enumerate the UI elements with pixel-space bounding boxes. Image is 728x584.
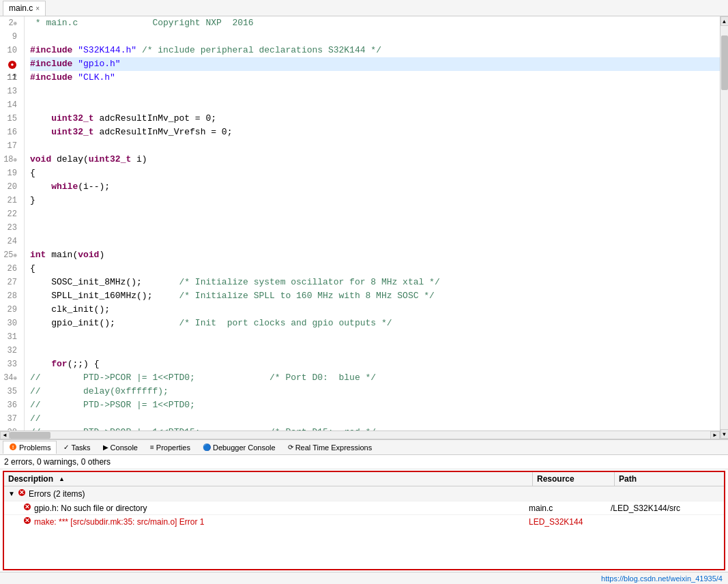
panel-tab-console[interactable]: ▶Console bbox=[98, 442, 143, 453]
panel-content: 2 errors, 0 warnings, 0 others Descripti… bbox=[0, 455, 728, 572]
code-line: int main(void) bbox=[30, 248, 720, 262]
tab-bar: main.c × bbox=[0, 0, 728, 16]
line-number: 36 bbox=[0, 398, 20, 412]
code-line: } bbox=[30, 194, 720, 207]
code-line: // PTD->PCOR |= 1<<PTD15; /* Port D15: r… bbox=[30, 426, 720, 430]
line-number: 25⊕ bbox=[0, 248, 20, 262]
panel-tab-tasks[interactable]: ✓Tasks bbox=[58, 442, 96, 453]
code-line: while(i--); bbox=[30, 180, 720, 194]
panel-tab-label: Problems bbox=[19, 443, 50, 452]
code-line bbox=[30, 235, 720, 248]
row-description: ✕ make: *** [src/subdir.mk:35: src/main.… bbox=[23, 516, 529, 527]
tab-label: main.c bbox=[9, 3, 33, 13]
code-line bbox=[30, 139, 720, 153]
editor-scroll: 2⊕910●1112131415161718⊕19202122232425⊕26… bbox=[0, 16, 720, 439]
svg-text:!: ! bbox=[12, 444, 14, 450]
panel-tab-label: Debugger Console bbox=[213, 443, 276, 452]
code-line: { bbox=[30, 166, 720, 180]
up-arrow-icon: ▲ bbox=[723, 18, 726, 25]
line-number: 22 bbox=[0, 207, 20, 221]
code-line bbox=[30, 30, 720, 44]
panel-tab-label: Properties bbox=[156, 443, 190, 452]
line-number: 20 bbox=[0, 180, 20, 194]
panel-tab-icon: ≡ bbox=[150, 443, 154, 451]
scroll-right-button[interactable]: ▶ bbox=[710, 431, 720, 439]
scroll-left-button[interactable]: ◀ bbox=[0, 431, 10, 439]
line-number: 28 bbox=[0, 289, 20, 303]
table-row[interactable]: ✕ gpio.h: No such file or directory main… bbox=[4, 501, 724, 514]
panel-tab-problems[interactable]: !Problems bbox=[3, 441, 57, 454]
error-row-icon: ✕ bbox=[23, 516, 31, 527]
line-number: 14 bbox=[0, 98, 20, 112]
code-line: * main.c Copyright NXP 2016 bbox=[30, 16, 720, 30]
line-number: 26 bbox=[0, 262, 20, 276]
line-number: 10 bbox=[0, 44, 20, 57]
line-number: 13 bbox=[0, 85, 20, 98]
line-numbers: 2⊕910●1112131415161718⊕19202122232425⊕26… bbox=[0, 16, 25, 430]
col-desc-header: Description ▲ bbox=[4, 472, 533, 486]
row-desc-text: gpio.h: No such file or directory bbox=[34, 503, 147, 513]
vertical-scrollbar[interactable]: ▲ ▼ bbox=[720, 16, 728, 439]
table-row[interactable]: ✕ make: *** [src/subdir.mk:35: src/main.… bbox=[4, 514, 724, 528]
code-line: clk_init(); bbox=[30, 303, 720, 317]
line-number: 9 bbox=[0, 30, 20, 44]
code-line: uint32_t adcResultInMv_Vrefsh = 0; bbox=[30, 126, 720, 139]
panel-tab-label: Console bbox=[111, 443, 138, 452]
line-number: 16 bbox=[0, 126, 20, 139]
panel-tab-icon: ⟳ bbox=[288, 443, 293, 451]
hscroll-track[interactable] bbox=[10, 431, 710, 439]
code-line: { bbox=[30, 262, 720, 276]
group-label: Errors (2 items) bbox=[29, 489, 85, 499]
error-row-icon: ✕ bbox=[23, 503, 31, 513]
code-line: uint32_t adcResultInMv_pot = 0; bbox=[30, 112, 720, 126]
scroll-down-button[interactable]: ▼ bbox=[720, 429, 729, 439]
panel-tab-icon: ▶ bbox=[103, 443, 108, 451]
code-line bbox=[30, 221, 720, 235]
line-number: 2⊕ bbox=[0, 16, 20, 30]
bottom-panel: !Problems✓Tasks▶Console≡Properties🔵Debug… bbox=[0, 439, 728, 572]
hscroll-thumb[interactable] bbox=[10, 432, 50, 439]
panel-tabs: !Problems✓Tasks▶Console≡Properties🔵Debug… bbox=[0, 440, 728, 455]
line-number: 31 bbox=[0, 330, 20, 344]
tab-close-button[interactable]: × bbox=[35, 5, 40, 12]
line-number: 38 bbox=[0, 426, 20, 430]
scroll-up-button[interactable]: ▲ bbox=[720, 16, 729, 26]
panel-tab-icon: 🔵 bbox=[203, 443, 211, 451]
problems-table: Description ▲ Resource Path ▼ ✕ Errors (… bbox=[3, 471, 725, 570]
horizontal-scrollbar[interactable]: ◀ ▶ bbox=[0, 430, 720, 439]
code-line: gpio_init(); /* Init port clocks and gpi… bbox=[30, 317, 720, 330]
line-number: 29 bbox=[0, 303, 20, 317]
code-line: #include "S32K144.h" /* include peripher… bbox=[30, 44, 720, 57]
line-number: 37 bbox=[0, 412, 20, 426]
error-marker-icon: ● bbox=[8, 61, 16, 69]
line-number: 23 bbox=[0, 221, 20, 235]
vscroll-thumb[interactable] bbox=[721, 35, 728, 90]
code-container: 2⊕910●1112131415161718⊕19202122232425⊕26… bbox=[0, 16, 720, 430]
table-group-row[interactable]: ▼ ✕ Errors (2 items) bbox=[4, 486, 724, 501]
tab-main-c[interactable]: main.c × bbox=[3, 1, 46, 16]
line-number: 15 bbox=[0, 112, 20, 126]
code-line: // delay(0xffffff); bbox=[30, 385, 720, 398]
col-path-header: Path bbox=[615, 472, 724, 486]
svg-text:✕: ✕ bbox=[25, 517, 30, 524]
code-lines[interactable]: * main.c Copyright NXP 2016#include "S32… bbox=[25, 16, 720, 430]
panel-tab-properties[interactable]: ≡Properties bbox=[145, 442, 196, 453]
panel-tab-label: Tasks bbox=[71, 443, 90, 452]
col-resource-header: Resource bbox=[533, 472, 615, 486]
row-resource: LED_S32K144 bbox=[529, 517, 611, 527]
svg-text:✕: ✕ bbox=[25, 503, 30, 510]
line-number: 30 bbox=[0, 317, 20, 330]
panel-tab-debugger-console[interactable]: 🔵Debugger Console bbox=[197, 442, 281, 453]
sort-arrow-icon: ▲ bbox=[59, 476, 65, 482]
row-desc-text: make: *** [src/subdir.mk:35: src/main.o]… bbox=[34, 517, 204, 527]
line-number: 18⊕ bbox=[0, 153, 20, 166]
row-path: /LED_S32K144/src bbox=[611, 503, 720, 513]
code-line: // bbox=[30, 412, 720, 426]
code-line: SPLL_init_160MHz(); /* Initialize SPLL t… bbox=[30, 289, 720, 303]
row-resource: main.c bbox=[529, 503, 611, 513]
line-number: 34⊕ bbox=[0, 371, 20, 385]
panel-tab-real-time-expressions[interactable]: ⟳Real Time Expressions bbox=[282, 442, 378, 453]
row-description: ✕ gpio.h: No such file or directory bbox=[23, 503, 529, 513]
line-number: 21 bbox=[0, 194, 20, 207]
status-bar: https://blog.csdn.net/weixin_41935/4 bbox=[0, 572, 728, 584]
